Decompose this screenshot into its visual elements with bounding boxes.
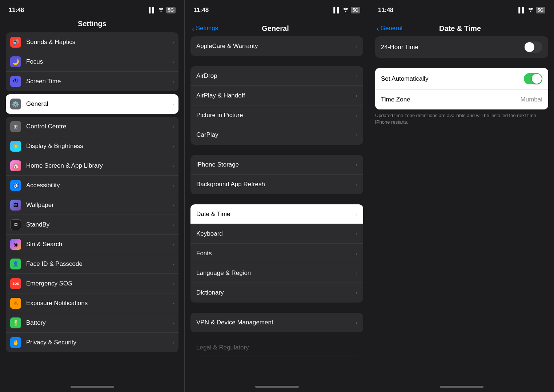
display-icon: ☀️ [10,141,21,152]
pip-label: Picture in Picture [196,112,356,119]
general-chevron: › [172,101,174,107]
language-label: Language & Region [196,269,356,277]
sounds-icon: 🔊 [10,37,21,48]
settings-group-1: 🔊 Sounds & Haptics › 🌙 Focus › ⏱ Screen … [6,32,178,91]
spacer-3 [190,197,363,204]
24hour-toggle[interactable] [524,41,542,53]
carplay-chevron: › [356,132,357,138]
general-label: General [26,100,170,108]
dictionary-chevron: › [356,290,357,296]
privacy-chevron: › [172,340,174,345]
general-item-airplay[interactable]: AirPlay & Handoff › [190,86,363,105]
timezone-label: Time Zone [381,96,521,103]
general-item-language[interactable]: Language & Region › [190,263,363,283]
back-to-general[interactable]: ‹ General [377,24,402,33]
svg-point-1 [345,11,346,12]
general-item-bgrefresh[interactable]: Background App Refresh › [190,175,363,194]
fonts-label: Fonts [196,250,356,257]
settings-item-exposure[interactable]: ⚠ Exposure Notifications › [6,293,178,313]
airdrop-chevron: › [356,73,357,79]
applecare-label: AppleCare & Warranty [196,43,356,50]
accessibility-label: Accessibility [26,182,170,189]
legal-label: Legal & Regulatory [196,344,357,356]
airplay-label: AirPlay & Handoff [196,92,356,99]
general-item-applecare[interactable]: AppleCare & Warranty › [190,36,363,56]
general-group-vpn: VPN & Device Management › [190,313,363,332]
general-item-vpn[interactable]: VPN & Device Management › [190,313,363,332]
card-item-setauto[interactable]: Set Automatically [375,68,548,90]
general-icon: ⚙️ [10,99,21,109]
settings-item-focus[interactable]: 🌙 Focus › [6,52,178,72]
nav-bar-general: ‹ Settings General [185,18,369,36]
sos-chevron: › [172,281,174,287]
general-item-datetime[interactable]: Date & Time › [190,204,363,224]
settings-item-faceid[interactable]: 👤 Face ID & Passcode › [6,254,178,274]
settings-item-display[interactable]: ☀️ Display & Brightness › [6,136,178,156]
settings-item-homescreen[interactable]: 🏠 Home Screen & App Library › [6,156,178,176]
standby-chevron: › [172,222,174,228]
signal-icon: ▌▌ [149,7,156,13]
panel-settings: 11:48 ▌▌ 5G Settings 🔊 Sounds & Haptics … [0,0,185,392]
general-item-keyboard[interactable]: Keyboard › [190,224,363,244]
home-bar-1 [71,386,114,388]
spacer-dt [369,61,554,68]
sos-icon: SOS [10,278,21,289]
home-bar-2 [255,386,299,388]
settings-group-2: ⚙️ General › [6,94,178,114]
svg-point-2 [530,11,531,12]
settings-item-battery[interactable]: 🔋 Battery › [6,313,178,333]
back-label: Settings [196,25,218,32]
general-item-airdrop[interactable]: AirDrop › [190,66,363,86]
settings-title: Settings [0,18,184,32]
setauto-toggle[interactable] [524,73,542,84]
settings-item-standby[interactable]: ⊡ StandBy › [6,215,178,235]
bgrefresh-label: Background App Refresh [196,181,356,188]
bgrefresh-chevron: › [356,181,357,187]
standby-label: StandBy [26,221,170,228]
dt-item-24hour[interactable]: 24-Hour Time [375,36,548,58]
general-item-fonts[interactable]: Fonts › [190,244,363,263]
status-bar-1: 11:48 ▌▌ 5G [0,0,184,18]
general-item-pip[interactable]: Picture in Picture › [190,105,363,125]
signal-icon-3: ▌▌ [518,7,526,13]
settings-item-accessibility[interactable]: ♿ Accessibility › [6,176,178,195]
general-item-carplay[interactable]: CarPlay › [190,125,363,145]
settings-item-wallpaper[interactable]: 🖼 Wallpaper › [6,195,178,215]
general-item-storage[interactable]: iPhone Storage › [190,155,363,175]
focus-label: Focus [26,58,170,65]
panel-datetime: 11:48 ▌▌ 5G ‹ General Date & Time 24-Hou… [369,0,554,392]
datetime-label: Date & Time [196,211,356,218]
settings-item-siri[interactable]: ◉ Siri & Search › [6,235,178,254]
status-bar-2: 11:48 ▌▌ 5G [185,0,369,18]
siri-chevron: › [172,241,174,247]
status-time-1: 11:48 [9,7,24,14]
panel-general: 11:48 ▌▌ 5G ‹ Settings General AppleCare… [185,0,369,392]
accessibility-icon: ♿ [10,180,21,191]
general-item-dictionary[interactable]: Dictionary › [190,283,363,303]
24hour-label: 24-Hour Time [381,44,524,51]
sos-label: Emergency SOS [26,280,170,287]
back-chevron: ‹ [192,24,194,33]
wifi-icon-3 [528,7,534,13]
settings-item-screentime[interactable]: ⏱ Screen Time › [6,72,178,91]
exposure-chevron: › [172,300,174,306]
home-indicator-1 [0,381,184,392]
legal-note[interactable]: Legal & Regulatory [190,343,363,360]
home-bar-3 [440,386,483,388]
pip-chevron: › [356,112,357,118]
settings-item-privacy[interactable]: ✋ Privacy & Security › [6,333,178,352]
settings-item-general[interactable]: ⚙️ General › [6,94,178,114]
back-to-settings[interactable]: ‹ Settings [192,24,218,33]
battery-status: 5G [166,7,176,13]
wifi-icon [158,7,164,13]
datetime-chevron: › [356,211,357,217]
homescreen-icon: 🏠 [10,160,21,171]
exposure-label: Exposure Notifications [26,300,170,307]
language-chevron: › [356,270,357,276]
control-icon: ⊞ [10,121,21,132]
settings-item-sounds[interactable]: 🔊 Sounds & Haptics › [6,32,178,52]
general-group-datetime: Date & Time › Keyboard › Fonts › Languag… [190,204,363,303]
settings-item-sos[interactable]: SOS Emergency SOS › [6,274,178,293]
card-item-timezone[interactable]: Time Zone Mumbai [375,90,548,109]
settings-item-control[interactable]: ⊞ Control Centre › [6,117,178,136]
